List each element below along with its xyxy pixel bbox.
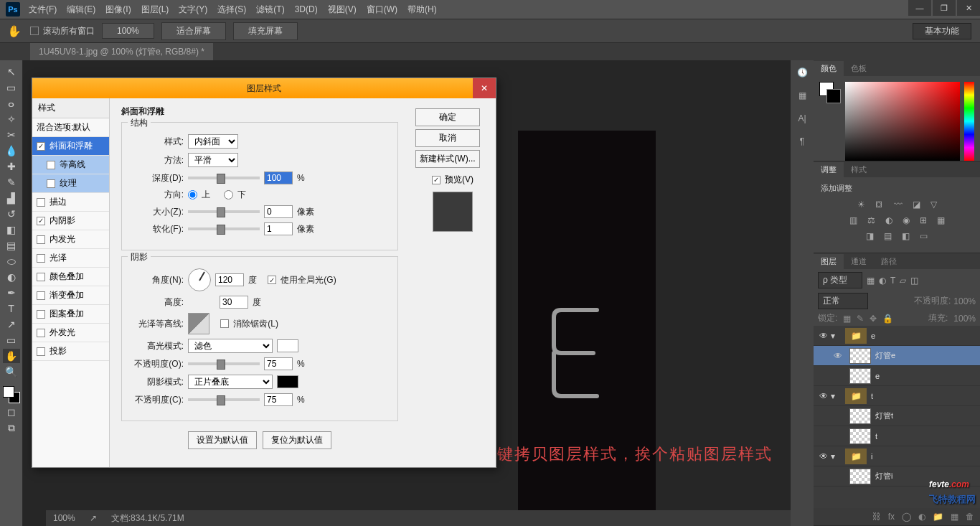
delete-layer-icon[interactable]: 🗑 (966, 512, 974, 522)
invert-icon[interactable]: ◨ (866, 231, 874, 241)
layer-name[interactable]: 灯管t (875, 410, 893, 421)
layer-name[interactable]: 灯管e (875, 350, 895, 361)
style-contour[interactable]: 等高线 (32, 156, 109, 174)
eraser-tool[interactable]: ◧ (3, 222, 20, 237)
paths-tab[interactable]: 路径 (874, 254, 904, 269)
shadow-opacity-slider[interactable] (188, 398, 260, 401)
folder-toggle[interactable]: ▾ (831, 391, 841, 401)
layer-group-t[interactable]: 👁▾📁t (814, 386, 980, 406)
style-checkbox[interactable] (37, 235, 45, 244)
threshold-icon[interactable]: ◧ (902, 231, 910, 241)
blend-mode-select[interactable]: 正常 (818, 293, 868, 309)
layers-tab[interactable]: 图层 (814, 254, 844, 269)
crop-tool[interactable]: ✂ (3, 128, 20, 142)
link-layers-icon[interactable]: ⛓ (872, 512, 881, 522)
zoom-level-button[interactable]: 100% (102, 23, 154, 39)
fill-screen-button[interactable]: 填充屏幕 (233, 22, 298, 40)
levels-icon[interactable]: ⛋ (875, 199, 884, 210)
ok-button[interactable]: 确定 (415, 108, 480, 126)
history-panel-icon[interactable]: 🕔 (797, 67, 808, 78)
style-checkbox[interactable] (37, 198, 45, 207)
style-drop-shadow[interactable]: 投影 (32, 342, 109, 361)
style-checkbox[interactable] (37, 329, 45, 337)
layer-tube-e[interactable]: 👁灯管e (814, 346, 980, 366)
highlight-color[interactable] (277, 339, 298, 352)
hand-tool[interactable]: ✋ (3, 349, 20, 363)
style-checkbox[interactable] (37, 291, 45, 300)
eyedropper-tool[interactable]: 💧 (3, 144, 20, 158)
layer-e[interactable]: e (814, 366, 980, 386)
hue-slider[interactable] (964, 82, 974, 161)
style-pattern-overlay[interactable]: 图案叠加 (32, 305, 109, 324)
dir-down-radio[interactable] (224, 190, 233, 199)
workspace-dropdown[interactable]: 基本功能 (913, 23, 971, 39)
color-picker-field[interactable] (845, 82, 960, 161)
color-tab[interactable]: 颜色 (814, 61, 844, 76)
layer-name[interactable]: e (871, 332, 875, 340)
adjustment-layer-icon[interactable]: ◐ (918, 512, 925, 522)
shadow-color[interactable] (277, 375, 298, 388)
preview-checkbox[interactable] (432, 176, 440, 184)
style-bevel-emboss[interactable]: 斜面和浮雕 (32, 137, 109, 156)
healing-tool[interactable]: ✚ (3, 159, 20, 174)
new-style-button[interactable]: 新建样式(W)... (415, 150, 480, 168)
layer-filter-kind[interactable]: ρ 类型 (818, 272, 862, 288)
layer-tube-t[interactable]: 灯管t (814, 406, 980, 426)
cancel-button[interactable]: 取消 (415, 129, 480, 147)
marquee-tool[interactable]: ▭ (3, 80, 20, 95)
restore-button[interactable]: ❐ (933, 0, 956, 16)
menu-window[interactable]: 窗口(W) (367, 4, 397, 16)
status-export-icon[interactable]: ↗ (90, 513, 97, 523)
vibrance-icon[interactable]: ▽ (930, 199, 937, 210)
group-icon[interactable]: 📁 (933, 512, 943, 522)
channels-tab[interactable]: 通道 (844, 254, 874, 269)
lock-position-icon[interactable]: ✎ (857, 314, 864, 324)
close-button[interactable]: ✕ (957, 0, 980, 16)
move-tool[interactable]: ↖ (3, 65, 20, 79)
lock-icon[interactable]: 🔒 (882, 314, 893, 324)
swatches-tab[interactable]: 色板 (844, 61, 874, 76)
character-panel-icon[interactable]: A| (798, 113, 806, 123)
filter-type-icon[interactable]: T (890, 276, 895, 286)
highlight-opacity-input[interactable] (264, 357, 293, 370)
visibility-toggle[interactable]: 👁 (816, 331, 831, 341)
filter-shape-icon[interactable]: ▱ (900, 276, 906, 286)
opacity-value[interactable]: 100% (953, 296, 976, 306)
depth-slider[interactable] (188, 177, 260, 179)
menu-view[interactable]: 视图(V) (328, 4, 357, 16)
visibility-toggle[interactable]: 👁 (831, 351, 845, 361)
exposure-icon[interactable]: ◪ (913, 199, 920, 210)
depth-input[interactable] (264, 172, 293, 184)
lookup-icon[interactable]: ▦ (937, 215, 945, 225)
global-light-checkbox[interactable] (268, 276, 276, 284)
folder-toggle[interactable]: ▾ (831, 331, 841, 341)
document-tab[interactable]: 1U45UV8-1.jpg @ 100% (灯管e, RGB/8#) * (30, 43, 213, 61)
gradient-tool[interactable]: ▤ (3, 238, 20, 253)
filter-adjust-icon[interactable]: ◐ (879, 276, 886, 286)
screenmode-tool[interactable]: ⧉ (3, 421, 20, 435)
menu-3d[interactable]: 3D(D) (295, 4, 318, 14)
mask-icon[interactable]: ◯ (902, 512, 911, 522)
paragraph-panel-icon[interactable]: ¶ (800, 136, 804, 146)
style-inner-shadow[interactable]: 内阴影 (32, 212, 109, 230)
lasso-tool[interactable]: ⴰ (3, 96, 20, 111)
layer-name[interactable]: e (875, 372, 880, 380)
dialog-title-bar[interactable]: 图层样式 ✕ (32, 78, 496, 98)
layer-name[interactable]: i (871, 452, 872, 461)
filter-smart-icon[interactable]: ◫ (910, 276, 918, 286)
layer-group-e[interactable]: 👁▾📁e (814, 326, 980, 346)
style-stroke[interactable]: 描边 (32, 193, 109, 212)
curves-icon[interactable]: 〰 (894, 199, 903, 210)
layer-group-i[interactable]: 👁▾📁i (814, 446, 980, 466)
style-gradient-overlay[interactable]: 渐变叠加 (32, 286, 109, 305)
lock-pixels-icon[interactable]: ▦ (843, 314, 851, 324)
style-checkbox[interactable] (37, 217, 45, 225)
style-checkbox[interactable] (47, 161, 55, 169)
fx-icon[interactable]: fx (888, 512, 895, 522)
menu-layer[interactable]: 图层(L) (141, 4, 169, 16)
photo-filter-icon[interactable]: ◉ (903, 215, 910, 225)
map-icon[interactable]: ▭ (920, 231, 928, 241)
folder-toggle[interactable]: ▾ (831, 451, 841, 461)
styles-tab[interactable]: 样式 (844, 162, 874, 177)
type-tool[interactable]: T (3, 301, 20, 316)
